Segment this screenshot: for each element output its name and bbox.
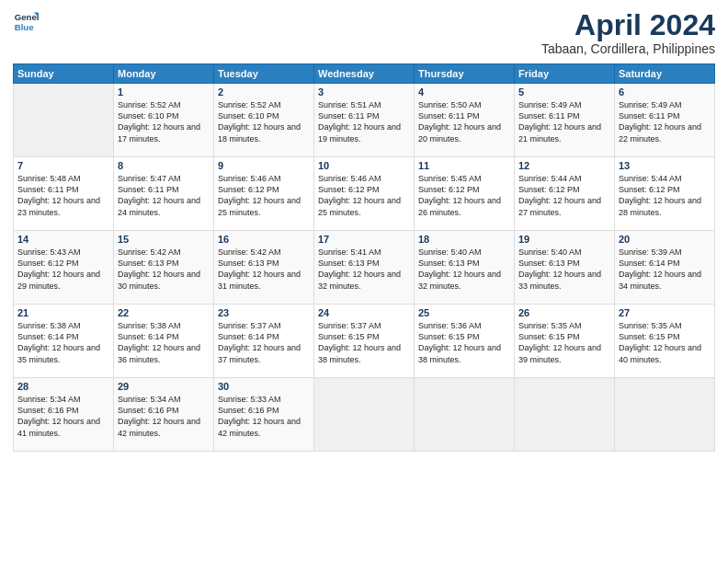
day-number: 2 [218,86,310,98]
sunset-text: Sunset: 6:12 PM [518,184,610,195]
daylight-text: Daylight: 12 hours and 27 minutes. [518,195,610,217]
header: General Blue General Blue April 2024 Tab… [13,9,715,56]
day-number: 3 [318,86,410,98]
cell-day-empty [515,378,615,452]
logo: General Blue General Blue [13,9,39,35]
day-number: 10 [318,160,410,171]
day-number: 28 [17,381,109,392]
cell-day-28: 28Sunrise: 5:34 AMSunset: 6:16 PMDayligh… [14,378,114,452]
logo-icon: General Blue [13,9,39,35]
header-day-friday: Friday [515,64,615,84]
daylight-text: Daylight: 12 hours and 22 minutes. [619,121,711,144]
day-number: 21 [17,307,109,318]
day-number: 9 [218,160,310,171]
day-number: 30 [218,381,310,392]
location: Tabaan, Cordillera, Philippines [541,41,715,56]
day-number: 12 [518,160,610,171]
sunrise-text: Sunrise: 5:34 AM [118,394,210,405]
daylight-text: Daylight: 12 hours and 25 minutes. [218,195,310,217]
daylight-text: Daylight: 12 hours and 42 minutes. [118,416,210,438]
daylight-text: Daylight: 12 hours and 31 minutes. [218,269,310,291]
sunrise-text: Sunrise: 5:52 AM [218,99,310,110]
header-day-sunday: Sunday [14,64,114,84]
day-number: 27 [619,307,711,318]
day-number: 16 [218,234,310,245]
day-number: 11 [418,160,510,171]
daylight-text: Daylight: 12 hours and 41 minutes. [17,416,109,438]
cell-day-6: 6Sunrise: 5:49 AMSunset: 6:11 PMDaylight… [615,84,715,157]
sunrise-text: Sunrise: 5:42 AM [218,247,310,258]
sunrise-text: Sunrise: 5:41 AM [318,247,410,258]
daylight-text: Daylight: 12 hours and 18 minutes. [218,121,310,144]
sunset-text: Sunset: 6:12 PM [418,184,510,195]
sunset-text: Sunset: 6:11 PM [118,184,210,195]
sunset-text: Sunset: 6:12 PM [218,184,310,195]
sunset-text: Sunset: 6:11 PM [619,110,711,121]
week-row-1: 1Sunrise: 5:52 AMSunset: 6:10 PMDaylight… [14,84,715,157]
sunrise-text: Sunrise: 5:38 AM [17,320,109,331]
sunset-text: Sunset: 6:16 PM [118,405,210,416]
cell-day-8: 8Sunrise: 5:47 AMSunset: 6:11 PMDaylight… [114,157,214,231]
sunrise-text: Sunrise: 5:39 AM [619,247,711,258]
week-row-5: 28Sunrise: 5:34 AMSunset: 6:16 PMDayligh… [14,378,715,452]
daylight-text: Daylight: 12 hours and 40 minutes. [619,342,711,364]
daylight-text: Daylight: 12 hours and 38 minutes. [418,342,510,364]
sunrise-text: Sunrise: 5:37 AM [318,320,410,331]
sunrise-text: Sunrise: 5:40 AM [418,247,510,258]
sunset-text: Sunset: 6:12 PM [17,258,109,269]
sunset-text: Sunset: 6:13 PM [318,258,410,269]
daylight-text: Daylight: 12 hours and 36 minutes. [118,342,210,364]
daylight-text: Daylight: 12 hours and 30 minutes. [118,269,210,291]
header-day-monday: Monday [114,64,214,84]
day-number: 24 [318,307,410,318]
sunset-text: Sunset: 6:15 PM [418,331,510,342]
day-number: 17 [318,234,410,245]
sunset-text: Sunset: 6:15 PM [518,331,610,342]
cell-day-30: 30Sunrise: 5:33 AMSunset: 6:16 PMDayligh… [214,378,314,452]
cell-day-15: 15Sunrise: 5:42 AMSunset: 6:13 PMDayligh… [114,231,214,304]
cell-day-1: 1Sunrise: 5:52 AMSunset: 6:10 PMDaylight… [114,84,214,157]
daylight-text: Daylight: 12 hours and 21 minutes. [518,121,610,144]
day-number: 15 [118,234,210,245]
header-day-tuesday: Tuesday [214,64,314,84]
daylight-text: Daylight: 12 hours and 35 minutes. [17,342,109,364]
day-number: 1 [118,86,210,98]
sunrise-text: Sunrise: 5:42 AM [118,247,210,258]
daylight-text: Daylight: 12 hours and 32 minutes. [318,269,410,291]
sunrise-text: Sunrise: 5:46 AM [318,173,410,184]
cell-day-4: 4Sunrise: 5:50 AMSunset: 6:11 PMDaylight… [415,84,515,157]
daylight-text: Daylight: 12 hours and 39 minutes. [518,342,610,364]
month-title: April 2024 [541,9,715,41]
cell-day-empty [415,378,515,452]
sunrise-text: Sunrise: 5:37 AM [218,320,310,331]
daylight-text: Daylight: 12 hours and 29 minutes. [17,269,109,291]
daylight-text: Daylight: 12 hours and 25 minutes. [318,195,410,217]
daylight-text: Daylight: 12 hours and 32 minutes. [418,269,510,291]
sunset-text: Sunset: 6:11 PM [518,110,610,121]
cell-day-empty [615,378,715,452]
week-row-3: 14Sunrise: 5:43 AMSunset: 6:12 PMDayligh… [14,231,715,304]
cell-day-11: 11Sunrise: 5:45 AMSunset: 6:12 PMDayligh… [415,157,515,231]
sunrise-text: Sunrise: 5:49 AM [619,99,711,110]
sunrise-text: Sunrise: 5:33 AM [218,394,310,405]
cell-day-18: 18Sunrise: 5:40 AMSunset: 6:13 PMDayligh… [415,231,515,304]
sunset-text: Sunset: 6:11 PM [418,110,510,121]
cell-day-10: 10Sunrise: 5:46 AMSunset: 6:12 PMDayligh… [314,157,415,231]
daylight-text: Daylight: 12 hours and 34 minutes. [619,269,711,291]
daylight-text: Daylight: 12 hours and 20 minutes. [418,121,510,144]
cell-day-9: 9Sunrise: 5:46 AMSunset: 6:12 PMDaylight… [214,157,314,231]
daylight-text: Daylight: 12 hours and 24 minutes. [118,195,210,217]
sunset-text: Sunset: 6:14 PM [118,331,210,342]
sunrise-text: Sunrise: 5:48 AM [17,173,109,184]
week-row-4: 21Sunrise: 5:38 AMSunset: 6:14 PMDayligh… [14,304,715,378]
cell-day-5: 5Sunrise: 5:49 AMSunset: 6:11 PMDaylight… [515,84,615,157]
sunrise-text: Sunrise: 5:35 AM [518,320,610,331]
sunset-text: Sunset: 6:14 PM [218,331,310,342]
sunset-text: Sunset: 6:13 PM [118,258,210,269]
sunrise-text: Sunrise: 5:47 AM [118,173,210,184]
cell-day-13: 13Sunrise: 5:44 AMSunset: 6:12 PMDayligh… [615,157,715,231]
sunset-text: Sunset: 6:13 PM [218,258,310,269]
day-number: 29 [118,381,210,392]
sunset-text: Sunset: 6:16 PM [17,405,109,416]
sunset-text: Sunset: 6:15 PM [318,331,410,342]
